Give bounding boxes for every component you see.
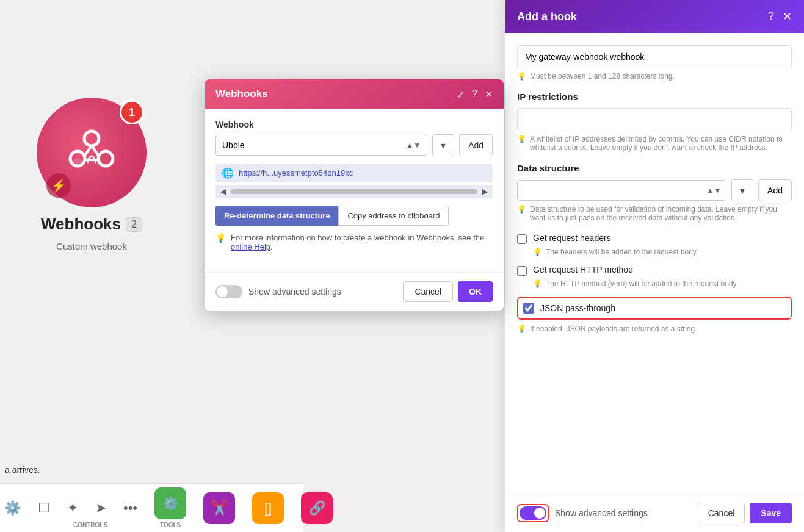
controls-label: CONTROLS — [73, 522, 107, 528]
get-headers-row: Get request headers — [517, 233, 792, 244]
data-structure-title: Data structure — [517, 163, 792, 173]
scroll-left-icon[interactable]: ◀ — [220, 187, 226, 196]
expand-icon[interactable]: ⤢ — [457, 88, 465, 100]
webhook-section-label: Webhook — [215, 120, 493, 129]
add-webhook-button[interactable]: Add — [459, 134, 493, 156]
url-row: 🌐 https://h...uyessmetpto54on19xc — [215, 164, 493, 182]
svg-line-3 — [84, 146, 92, 156]
toolbar-item-send[interactable]: ➤ — [95, 500, 106, 516]
gear-icon: ⚙️ — [4, 500, 21, 516]
json-passthrough-row: JSON pass-through — [523, 303, 786, 314]
webhooks-modal: Webhooks ⤢ ? ✕ Webhook Ubble ▲▼ ▾ Add 🌐 … — [205, 79, 504, 311]
toggle-label-row: Show advanced settings — [215, 285, 341, 298]
hook-help-icon[interactable]: ? — [768, 10, 774, 23]
send-icon: ➤ — [95, 500, 106, 516]
scroll-hint-row: ◀ ▶ — [215, 185, 493, 198]
webhooks-modal-footer: Show advanced settings Cancel OK — [205, 272, 504, 311]
hook-cancel-button[interactable]: Cancel — [698, 503, 745, 523]
favo3-btn[interactable]: 🔗 — [301, 492, 333, 524]
context-action-buttons: Re-determine data structure Copy address… — [215, 206, 493, 226]
webhook-title: Webhooks — [41, 215, 121, 234]
toolbar-item-settings[interactable]: ⚙️ — [4, 500, 21, 516]
hook-panel-body: 💡 Must be between 1 and 128 characters l… — [505, 33, 804, 494]
toolbar-item-more[interactable]: ••• — [123, 500, 137, 516]
tooltip-text: For more information on how to create a … — [231, 233, 493, 251]
favo2-icon: [] — [264, 500, 272, 516]
webhook-subtitle: Custom webhook — [56, 241, 127, 251]
redetermine-button[interactable]: Re-determine data structure — [215, 206, 338, 226]
webhooks-modal-icons: ⤢ ? ✕ — [457, 88, 493, 100]
hook-name-input[interactable] — [517, 45, 792, 68]
scroll-right-icon[interactable]: ▶ — [482, 187, 488, 196]
arrives-text: a arrives. — [0, 462, 45, 477]
webhook-url[interactable]: https://h...uyessmetpto54on19xc — [239, 168, 487, 178]
hook-name-hint: 💡 Must be between 1 and 128 characters l… — [517, 72, 792, 81]
toggle-label: Show advanced settings — [248, 287, 341, 297]
hook-panel-title: Add a hook — [517, 10, 577, 23]
webhook-badge: 1 — [120, 100, 144, 124]
advanced-settings-toggle[interactable] — [215, 285, 242, 298]
svg-point-2 — [84, 131, 99, 146]
json-passthrough-hint: 💡 If enabled, JSON payloads are returned… — [517, 325, 792, 333]
webhook-svg-icon — [64, 125, 119, 180]
hook-footer-btns: Cancel Save — [698, 503, 792, 523]
headers-bulb-icon: 💡 — [533, 248, 542, 256]
footer-toggle-row: Show advanced settings — [517, 504, 648, 522]
favo3-icon-wrap: 🔗 — [301, 492, 333, 524]
cancel-button[interactable]: Cancel — [403, 281, 453, 302]
favo1-icon: ✂️ — [211, 500, 228, 516]
hook-panel-header: Add a hook ? ✕ — [505, 0, 804, 33]
svg-line-4 — [92, 146, 99, 156]
json-passthrough-box: JSON pass-through — [517, 297, 792, 320]
help-icon[interactable]: ? — [472, 88, 477, 99]
http-bulb-icon: 💡 — [533, 279, 542, 288]
ip-restrictions-input[interactable] — [517, 108, 792, 131]
ok-button[interactable]: OK — [458, 281, 493, 302]
hook-panel-header-icons: ? ✕ — [768, 10, 792, 23]
tools-btn[interactable]: ⚙️ TOOLS — [154, 487, 186, 528]
ds-arrow-icon: ▲▼ — [706, 186, 721, 195]
toolbar-item-magic[interactable]: ✦ — [67, 500, 78, 516]
footer-buttons: Cancel OK — [403, 281, 493, 302]
copy-address-button[interactable]: Copy address to clipboard — [338, 206, 449, 226]
favo3-icon: 🔗 — [309, 500, 325, 516]
bulb-icon: 💡 — [215, 233, 226, 251]
webhook-select-wrapper[interactable]: Ubble ▲▼ — [215, 135, 427, 156]
webhooks-modal-header: Webhooks ⤢ ? ✕ — [205, 79, 504, 109]
ip-bulb-icon: 💡 — [517, 135, 526, 143]
hook-save-button[interactable]: Save — [750, 503, 792, 523]
magic-icon: ✦ — [67, 500, 78, 516]
hook-close-icon[interactable]: ✕ — [783, 10, 792, 23]
webhooks-modal-body: Webhook Ubble ▲▼ ▾ Add 🌐 https://h...uye… — [205, 109, 504, 272]
json-passthrough-checkbox[interactable] — [523, 303, 534, 314]
online-help-link[interactable]: online Help — [231, 242, 270, 251]
bottom-toolbar: 🗒️ ⚙️ ☐ ✦ ➤ ••• CONTROLS ⚙️ TOOLS ✂️ [] … — [0, 483, 303, 532]
toolbar-item-panel[interactable]: ☐ — [38, 500, 50, 516]
select-arrow-icon: ▲▼ — [406, 141, 421, 149]
ds-dropdown-btn[interactable]: ▾ — [731, 179, 753, 201]
close-icon[interactable]: ✕ — [485, 88, 493, 100]
ds-add-button[interactable]: Add — [758, 179, 792, 201]
favo2-btn[interactable]: [] — [252, 492, 284, 524]
webhook-select[interactable]: Ubble — [216, 135, 427, 155]
footer-toggle-knob — [534, 508, 545, 519]
get-headers-checkbox[interactable] — [517, 234, 527, 244]
get-http-method-label: Get request HTTP method — [533, 265, 633, 275]
favo1-btn[interactable]: ✂️ — [203, 492, 235, 524]
get-http-method-row: Get request HTTP method — [517, 265, 792, 276]
dropdown-btn[interactable]: ▾ — [432, 134, 454, 156]
ds-select-wrapper[interactable]: ▲▼ — [517, 180, 726, 201]
panel-icon: ☐ — [38, 500, 50, 516]
toggle-knob — [217, 286, 228, 297]
footer-advanced-toggle[interactable] — [520, 506, 546, 520]
get-http-method-checkbox[interactable] — [517, 266, 527, 276]
json-passthrough-label: JSON pass-through — [540, 303, 615, 313]
ip-hint: 💡 A whitelist of IP addresses delimited … — [517, 135, 792, 152]
get-http-method-hint: 💡 The HTTP method (verb) will be added t… — [517, 279, 792, 288]
favo1-icon-wrap: ✂️ — [203, 492, 235, 524]
scroll-bar[interactable] — [231, 189, 477, 194]
tools-label: TOOLS — [160, 522, 181, 528]
lightning-overlay: ⚡ — [46, 173, 71, 198]
json-bulb-icon: 💡 — [517, 325, 526, 333]
ds-select[interactable] — [518, 181, 726, 200]
